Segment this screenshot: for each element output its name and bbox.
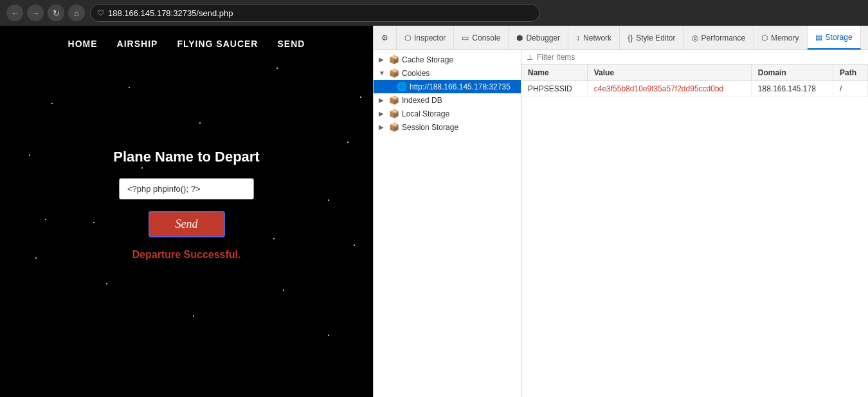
tab-network-label: Network [583, 33, 611, 42]
star [360, 97, 361, 98]
tab-inspector-label: Inspector [414, 33, 446, 42]
star [273, 238, 275, 239]
cookie-table-container: Name Value Domain Path PHPSESSID c4e3f55… [521, 65, 868, 397]
star [129, 87, 130, 88]
devtools-body: ▶ 📦 Cache Storage ▼ 📦 Cookies 🌐 http://1… [374, 50, 868, 397]
tab-debugger[interactable]: ⬢ Debugger [509, 26, 568, 50]
cookies-label: Cookies [402, 69, 429, 78]
table-row[interactable]: PHPSESSID c4e3f55b8d10e9f35a57f2dd95ccd0… [521, 81, 868, 97]
nav-home[interactable]: HOME [68, 39, 98, 49]
star [106, 283, 107, 284]
tree-item-cookies[interactable]: ▼ 📦 Cookies [374, 66, 521, 80]
address-bar[interactable]: 🛡 188.166.145.178:32735/send.php [90, 4, 540, 22]
cache-storage-icon: 📦 [389, 55, 399, 64]
network-icon: ↕ [576, 33, 580, 42]
cookie-url-label: http://188.166.145.178:32735 [410, 82, 511, 91]
tab-console-label: Console [472, 33, 500, 42]
tab-storage-label: Storage [826, 33, 853, 42]
star [328, 335, 329, 336]
tab-debugger-label: Debugger [526, 33, 560, 42]
star [193, 315, 194, 317]
star [29, 154, 30, 156]
star [51, 103, 53, 104]
nav-send[interactable]: SEND [277, 39, 305, 49]
main-area: HOME AIRSHIP FLYING SAUCER SEND Plane Na… [0, 26, 868, 397]
star [354, 245, 355, 246]
tab-console[interactable]: ▭ Console [454, 26, 509, 50]
send-button[interactable]: Send [149, 211, 225, 237]
tree-arrow-session-storage: ▶ [379, 124, 386, 131]
tree-item-local-storage[interactable]: ▶ 📦 Local Storage [374, 107, 521, 120]
globe-icon: 🌐 [397, 82, 407, 91]
website-panel: HOME AIRSHIP FLYING SAUCER SEND Plane Na… [0, 26, 373, 397]
nav-flying-saucer[interactable]: FLYING SAUCER [177, 39, 258, 49]
session-storage-icon: 📦 [389, 122, 399, 132]
tab-options[interactable]: ⚙ [374, 26, 397, 50]
indexed-db-label: Indexed DB [402, 96, 442, 105]
devtools-toolbar: ⚙ ⬡ Inspector ▭ Console ⬢ Debugger ↕ Net… [374, 26, 868, 50]
star [276, 68, 278, 69]
storage-icon: ▤ [815, 33, 822, 42]
tab-network[interactable]: ↕ Network [568, 26, 620, 50]
inspector-icon: ⬡ [404, 33, 411, 42]
nav-buttons: ← → ↻ ⌂ [6, 5, 85, 21]
tab-memory[interactable]: ⬡ Memory [754, 26, 807, 50]
star [347, 142, 348, 143]
star [199, 122, 201, 124]
home-button[interactable]: ⌂ [68, 5, 85, 21]
tab-style-editor[interactable]: {} Style Editor [620, 26, 683, 50]
tree-arrow-cookies: ▼ [379, 69, 386, 77]
url-text: 188.166.145.178:32735/send.php [108, 8, 233, 18]
cell-name: PHPSESSID [521, 81, 587, 97]
tab-performance[interactable]: ◎ Performance [684, 26, 754, 50]
page-heading: Plane Name to Depart [113, 149, 259, 165]
cookies-icon: 📦 [389, 68, 399, 78]
tab-performance-label: Performance [701, 33, 746, 42]
star [45, 219, 46, 220]
filter-bar: ⊥ [521, 50, 868, 65]
tab-memory-label: Memory [771, 33, 799, 42]
devtools-panel: ⚙ ⬡ Inspector ▭ Console ⬢ Debugger ↕ Net… [373, 26, 868, 397]
tree-arrow-local-storage: ▶ [379, 110, 386, 117]
debugger-icon: ⬢ [516, 33, 523, 42]
forward-button[interactable]: → [27, 5, 44, 21]
star [283, 290, 284, 291]
tab-inspector[interactable]: ⬡ Inspector [397, 26, 454, 50]
reload-button[interactable]: ↻ [48, 5, 64, 21]
filter-icon: ⊥ [527, 53, 533, 62]
success-message: Departure Successful. [132, 249, 241, 261]
tree-item-cookie-url[interactable]: 🌐 http://188.166.145.178:32735 [374, 80, 521, 93]
options-icon: ⚙ [381, 33, 388, 42]
col-name: Name [521, 65, 587, 81]
session-storage-label: Session Storage [402, 123, 458, 132]
cookie-table: Name Value Domain Path PHPSESSID c4e3f55… [521, 65, 868, 97]
cell-value: c4e3f55b8d10e9f35a57f2dd95ccd0bd [587, 81, 751, 97]
indexed-db-icon: 📦 [389, 95, 399, 105]
tree-item-indexed-db[interactable]: ▶ 📦 Indexed DB [374, 93, 521, 107]
plane-name-input[interactable] [119, 178, 254, 199]
back-button[interactable]: ← [6, 5, 23, 21]
tree-item-cache-storage[interactable]: ▶ 📦 Cache Storage [374, 53, 521, 66]
star [35, 257, 37, 259]
filter-input[interactable] [537, 53, 863, 62]
col-domain: Domain [751, 65, 833, 81]
col-path: Path [833, 65, 868, 81]
star [328, 199, 329, 201]
tree-arrow-indexed-db: ▶ [379, 97, 386, 104]
devtools-sidebar: ▶ 📦 Cache Storage ▼ 📦 Cookies 🌐 http://1… [374, 50, 521, 397]
star [93, 222, 95, 223]
nav-airship[interactable]: AIRSHIP [117, 39, 158, 49]
local-storage-icon: 📦 [389, 109, 399, 118]
console-icon: ▭ [462, 33, 469, 42]
tab-style-editor-label: Style Editor [636, 33, 675, 42]
tree-item-session-storage[interactable]: ▶ 📦 Session Storage [374, 120, 521, 134]
security-icon: 🛡 [97, 9, 104, 17]
devtools-content: ⊥ Name Value Domain Path [521, 50, 868, 397]
browser-chrome: ← → ↻ ⌂ 🛡 188.166.145.178:32735/send.php [0, 0, 868, 26]
tab-storage[interactable]: ▤ Storage [808, 26, 861, 50]
style-editor-icon: {} [628, 33, 633, 42]
performance-icon: ◎ [692, 33, 698, 42]
site-nav: HOME AIRSHIP FLYING SAUCER SEND [0, 26, 373, 59]
cell-path: / [833, 81, 868, 97]
site-content: Plane Name to Depart Send Departure Succ… [113, 149, 259, 261]
